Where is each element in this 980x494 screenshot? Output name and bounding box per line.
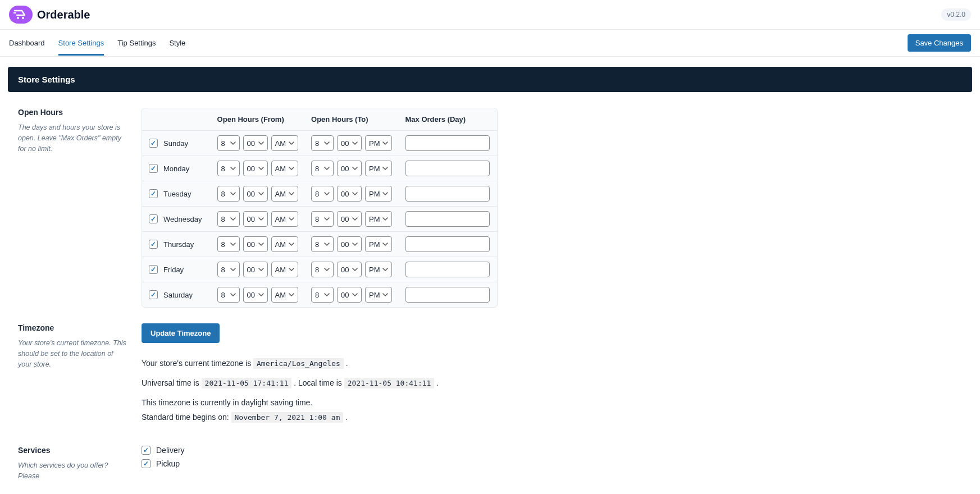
app-header: Orderable v0.2.0 (0, 0, 980, 30)
open-hours-help: The days and hours your store is open. L… (18, 122, 128, 154)
section-open-hours: Open Hours The days and hours your store… (8, 92, 972, 308)
max-orders-input[interactable] (405, 287, 490, 303)
to-ampm-select[interactable]: PM (365, 211, 392, 227)
max-orders-input[interactable] (405, 186, 490, 202)
chevron-down-icon (352, 267, 358, 272)
from-ampm-select[interactable]: AM (271, 211, 298, 227)
day-label: Monday (163, 164, 189, 173)
from-minute-select[interactable]: 00 (243, 236, 268, 252)
to-minute-select[interactable]: 00 (337, 287, 362, 303)
from-ampm-select[interactable]: AM (271, 161, 298, 176)
col-header-max: Max Orders (Day) (405, 115, 491, 124)
service-label: Delivery (156, 446, 185, 455)
from-minute-select[interactable]: 00 (243, 211, 268, 227)
day-label: Saturday (163, 291, 193, 299)
from-ampm-select[interactable]: AM (271, 236, 298, 252)
from-ampm-select[interactable]: AM (271, 186, 298, 202)
max-orders-input[interactable] (405, 161, 490, 176)
from-hour-select[interactable]: 8 (217, 236, 240, 252)
to-minute-select[interactable]: 00 (337, 211, 362, 227)
to-ampm-select[interactable]: PM (365, 262, 392, 277)
service-checkbox[interactable] (142, 459, 151, 468)
service-checkbox[interactable] (142, 446, 151, 455)
from-ampm-select[interactable]: AM (271, 135, 298, 151)
from-hour-select[interactable]: 8 (217, 135, 240, 151)
nav-tab-store-settings[interactable]: Store Settings (58, 31, 104, 56)
nav-tab-tip-settings[interactable]: Tip Settings (117, 31, 156, 56)
day-enabled-checkbox[interactable] (149, 189, 158, 198)
timezone-title: Timezone (18, 323, 128, 332)
to-minute-select[interactable]: 00 (337, 186, 362, 202)
day-enabled-checkbox[interactable] (149, 240, 158, 249)
chevron-down-icon (258, 191, 264, 196)
chevron-down-icon (382, 216, 388, 222)
from-hour-select[interactable]: 8 (217, 211, 240, 227)
nav-tab-style[interactable]: Style (169, 31, 185, 56)
to-ampm-select[interactable]: PM (365, 135, 392, 151)
nav-tab-dashboard[interactable]: Dashboard (9, 31, 45, 56)
max-orders-input[interactable] (405, 211, 490, 227)
from-hour-select[interactable]: 8 (217, 161, 240, 176)
open-hours-table: Open Hours (From) Open Hours (To) Max Or… (142, 108, 498, 308)
chevron-down-icon (258, 292, 264, 298)
to-minute-select[interactable]: 00 (337, 236, 362, 252)
to-minute-select[interactable]: 00 (337, 262, 362, 277)
services-title: Services (18, 446, 128, 455)
day-enabled-checkbox[interactable] (149, 139, 158, 148)
to-ampm-select[interactable]: PM (365, 161, 392, 176)
from-hour-select[interactable]: 8 (217, 287, 240, 303)
update-timezone-button[interactable]: Update Timezone (142, 323, 220, 343)
to-ampm-select[interactable]: PM (365, 287, 392, 303)
chevron-down-icon (289, 292, 294, 298)
day-enabled-checkbox[interactable] (149, 164, 158, 173)
to-hour-select[interactable]: 8 (311, 236, 334, 252)
chevron-down-icon (382, 191, 388, 196)
col-header-from: Open Hours (From) (217, 115, 311, 124)
from-hour-select[interactable]: 8 (217, 262, 240, 277)
to-hour-select[interactable]: 8 (311, 186, 334, 202)
from-hour-select[interactable]: 8 (217, 186, 240, 202)
timezone-info: Your store's current timezone is America… (142, 356, 439, 424)
page-title: Store Settings (8, 67, 972, 92)
from-minute-select[interactable]: 00 (243, 135, 268, 151)
chevron-down-icon (324, 292, 330, 298)
max-orders-input[interactable] (405, 262, 490, 277)
from-minute-select[interactable]: 00 (243, 161, 268, 176)
to-hour-select[interactable]: 8 (311, 262, 334, 277)
chevron-down-icon (230, 140, 236, 146)
to-hour-select[interactable]: 8 (311, 161, 334, 176)
tz-std-prefix: Standard time begins on: (142, 413, 231, 422)
day-enabled-checkbox[interactable] (149, 214, 158, 223)
chevron-down-icon (382, 267, 388, 272)
to-minute-select[interactable]: 00 (337, 135, 362, 151)
day-enabled-checkbox[interactable] (149, 265, 158, 274)
service-option-delivery: Delivery (142, 446, 185, 455)
day-enabled-checkbox[interactable] (149, 290, 158, 299)
hours-row-tuesday: Tuesday800AM800PM (142, 181, 497, 207)
chevron-down-icon (258, 166, 264, 171)
to-minute-select[interactable]: 00 (337, 161, 362, 176)
chevron-down-icon (289, 140, 294, 146)
services-help: Which services do you offer? Please (18, 460, 128, 482)
svg-point-1 (22, 17, 24, 19)
chevron-down-icon (324, 166, 330, 171)
to-hour-select[interactable]: 8 (311, 287, 334, 303)
timezone-help: Your store's current timezone. This shou… (18, 338, 128, 369)
to-hour-select[interactable]: 8 (311, 211, 334, 227)
section-timezone: Timezone Your store's current timezone. … (8, 308, 972, 430)
chevron-down-icon (382, 292, 388, 298)
from-minute-select[interactable]: 00 (243, 186, 268, 202)
brand-name: Orderable (37, 8, 90, 21)
max-orders-input[interactable] (405, 236, 490, 252)
from-ampm-select[interactable]: AM (271, 287, 298, 303)
from-minute-select[interactable]: 00 (243, 287, 268, 303)
from-minute-select[interactable]: 00 (243, 262, 268, 277)
to-ampm-select[interactable]: PM (365, 236, 392, 252)
save-changes-button[interactable]: Save Changes (908, 34, 971, 52)
from-ampm-select[interactable]: AM (271, 262, 298, 277)
to-hour-select[interactable]: 8 (311, 135, 334, 151)
chevron-down-icon (230, 292, 236, 298)
day-label: Wednesday (163, 215, 202, 223)
to-ampm-select[interactable]: PM (365, 186, 392, 202)
max-orders-input[interactable] (405, 135, 490, 151)
